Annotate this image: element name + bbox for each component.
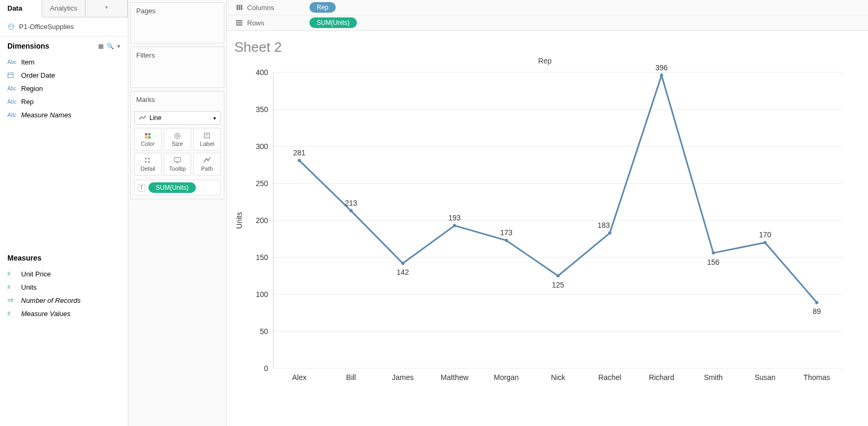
- svg-point-8: [176, 135, 178, 137]
- columns-pill-rep[interactable]: Rep: [309, 2, 336, 13]
- y-tick: 150: [256, 253, 269, 262]
- dimension-field[interactable]: AbcRep: [0, 95, 128, 108]
- mark-path[interactable]: Path: [193, 153, 221, 175]
- svg-point-12: [148, 158, 150, 160]
- number-icon: #: [7, 311, 17, 317]
- label-pill-row[interactable]: T SUM(Units): [134, 180, 221, 196]
- columns-shelf[interactable]: Columns Rep: [227, 0, 868, 15]
- mark-detail[interactable]: Detail: [134, 153, 162, 175]
- x-tick: Smith: [704, 373, 723, 382]
- svg-point-13: [145, 161, 147, 163]
- marks-card: Marks Line ▾ Color Size TLabel Detail To…: [130, 91, 224, 199]
- dimension-field[interactable]: Order Date: [0, 69, 128, 82]
- data-point[interactable]: [401, 262, 404, 265]
- y-tick: 200: [256, 216, 269, 225]
- abc-icon: Abc: [7, 99, 17, 105]
- detail-icon: [144, 156, 152, 164]
- data-point[interactable]: [660, 74, 663, 77]
- mark-size[interactable]: Size: [164, 128, 191, 151]
- path-icon: [203, 156, 211, 164]
- svg-rect-1: [8, 73, 13, 78]
- abc-icon: Abc: [7, 86, 17, 91]
- viz-canvas: Sheet 2 Rep 050100150200250300350400Unit…: [227, 31, 868, 426]
- data-point[interactable]: [815, 301, 818, 304]
- mark-type-select[interactable]: Line ▾: [134, 111, 221, 125]
- svg-point-0: [9, 24, 14, 26]
- measures-header: Measures: [0, 248, 128, 266]
- measure-field[interactable]: #Units: [0, 281, 128, 294]
- rows-icon: [235, 19, 243, 26]
- data-label: 89: [813, 307, 821, 316]
- y-tick: 300: [256, 142, 269, 151]
- mark-tooltip[interactable]: Tooltip: [164, 153, 191, 175]
- columns-icon: [235, 4, 243, 11]
- dimension-field[interactable]: AbcMeasure Names: [0, 108, 128, 122]
- svg-point-3: [145, 133, 148, 136]
- data-point[interactable]: [556, 274, 560, 277]
- measure-field[interactable]: #Measure Values: [0, 307, 128, 320]
- sheet-title[interactable]: Sheet 2: [234, 39, 858, 55]
- dimensions-list: AbcItemOrder DateAbcRegionAbcRepAbcMeasu…: [0, 54, 128, 123]
- calendar-icon: [7, 72, 17, 79]
- dimension-field[interactable]: AbcItem: [0, 55, 128, 69]
- x-tick: Matthew: [441, 373, 469, 382]
- y-tick: 50: [260, 327, 268, 336]
- svg-rect-21: [236, 24, 242, 26]
- data-point[interactable]: [505, 239, 508, 242]
- datasource-label: P1-OfficeSupplies: [19, 23, 74, 31]
- tab-menu-icon[interactable]: ▾: [86, 0, 128, 17]
- svg-rect-17: [239, 5, 240, 10]
- svg-point-6: [148, 136, 151, 139]
- datasource-icon: [7, 23, 15, 31]
- svg-point-7: [175, 133, 180, 138]
- y-axis-label: Units: [235, 212, 243, 229]
- datasource-row[interactable]: P1-OfficeSupplies: [0, 17, 128, 36]
- label-pill[interactable]: SUM(Units): [148, 182, 196, 193]
- rows-pill-units[interactable]: SUM(Units): [309, 17, 357, 28]
- rows-shelf[interactable]: Rows SUM(Units): [227, 15, 868, 30]
- number-icon: =#: [7, 298, 17, 303]
- svg-point-11: [145, 158, 147, 160]
- data-point[interactable]: [608, 231, 611, 235]
- y-tick: 350: [256, 105, 269, 114]
- y-tick: 0: [264, 364, 268, 373]
- data-point[interactable]: [712, 252, 715, 255]
- abc-icon: Abc: [7, 112, 17, 118]
- tab-analytics[interactable]: Analytics: [42, 0, 85, 17]
- mark-label[interactable]: TLabel: [193, 128, 221, 151]
- search-icon[interactable]: 🔍: [107, 43, 114, 50]
- data-point[interactable]: [453, 224, 456, 227]
- svg-rect-20: [236, 22, 242, 24]
- line-icon: [139, 115, 146, 121]
- line-chart: 050100150200250300350400Units28121314219…: [231, 57, 858, 395]
- chart-title: Rep: [231, 57, 858, 65]
- y-tick: 100: [256, 290, 269, 299]
- data-label: 125: [552, 281, 564, 289]
- pages-shelf[interactable]: Pages: [130, 2, 224, 43]
- size-icon: [173, 132, 182, 139]
- filters-shelf[interactable]: Filters: [130, 47, 224, 88]
- menu-icon[interactable]: ▾: [117, 43, 120, 50]
- number-icon: #: [7, 271, 17, 277]
- x-tick: Nick: [551, 373, 565, 382]
- data-point[interactable]: [350, 209, 353, 212]
- data-point[interactable]: [763, 241, 767, 244]
- label-icon: T: [203, 132, 211, 139]
- data-point[interactable]: [298, 159, 301, 162]
- tab-data[interactable]: Data: [0, 0, 42, 17]
- measure-field[interactable]: #Unit Price: [0, 267, 128, 281]
- x-tick: Alex: [292, 373, 306, 382]
- dimensions-header: Dimensions ▦ 🔍 ▾: [0, 36, 128, 54]
- mark-color[interactable]: Color: [134, 128, 162, 151]
- x-tick: Richard: [649, 373, 674, 382]
- data-label: 183: [598, 221, 610, 229]
- view-as-icon[interactable]: ▦: [98, 43, 103, 50]
- data-label: 156: [707, 258, 720, 266]
- svg-point-4: [148, 133, 151, 136]
- svg-point-14: [148, 161, 150, 163]
- data-panel: Data Analytics ▾ P1-OfficeSupplies Dimen…: [0, 0, 128, 426]
- dimension-field[interactable]: AbcRegion: [0, 82, 128, 95]
- measure-field[interactable]: =#Number of Records: [0, 294, 128, 307]
- data-label: 173: [500, 228, 513, 237]
- tooltip-icon: [173, 156, 182, 164]
